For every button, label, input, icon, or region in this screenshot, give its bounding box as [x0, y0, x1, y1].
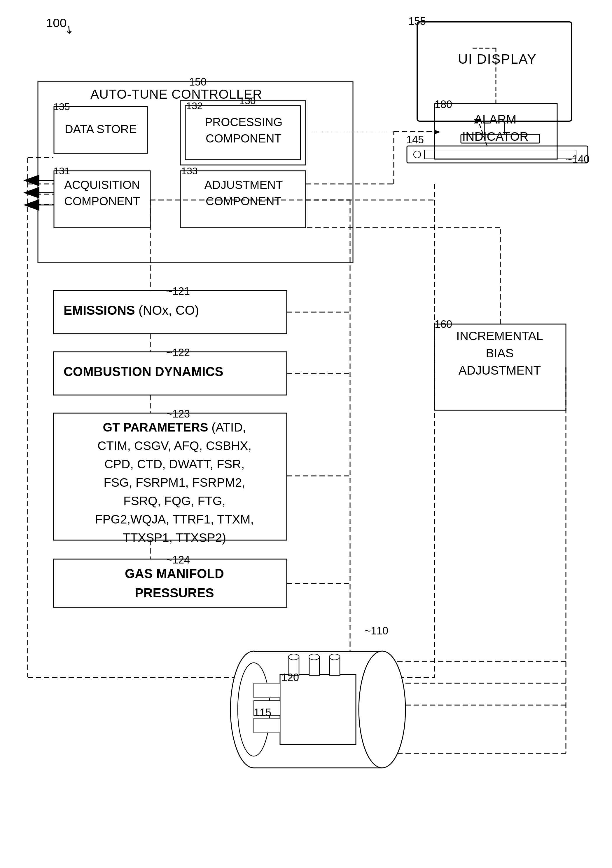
- patent-diagram: 100 ↘ AUTO-TUNE CONTROLLER 150 135 DATA …: [0, 0, 612, 868]
- alarm-ref: 180: [435, 98, 452, 111]
- data-store-ref: 135: [53, 101, 70, 112]
- svg-marker-78: [23, 199, 39, 211]
- data-store-label: DATA STORE: [58, 122, 143, 136]
- svg-marker-54: [338, 703, 344, 707]
- svg-rect-71: [254, 683, 280, 698]
- svg-rect-67: [330, 656, 340, 675]
- svg-rect-12: [424, 150, 576, 159]
- svg-point-68: [289, 654, 299, 660]
- svg-marker-50: [338, 659, 344, 663]
- processing-label: PROCESSING COMPONENT: [188, 114, 299, 147]
- adjustment-label: ADJUSTMENT COMPONENT: [184, 177, 303, 209]
- svg-rect-59: [254, 652, 382, 768]
- incremental-label: INCREMENTAL BIAS ADJUSTMENT: [437, 328, 563, 379]
- processing-inner-ref: 132: [186, 100, 203, 112]
- svg-marker-52: [338, 681, 344, 685]
- svg-marker-76: [23, 187, 39, 198]
- acquisition-ref: 131: [53, 165, 70, 177]
- ui-display-ref-computer: ~140: [566, 153, 590, 166]
- svg-point-69: [309, 654, 320, 660]
- svg-rect-66: [309, 656, 320, 675]
- svg-point-11: [414, 151, 420, 158]
- turbine-ref: ~110: [365, 625, 388, 637]
- gt-label: GT PARAMETERS (ATID, CTIM, CSGV, AFQ, CS…: [63, 418, 285, 547]
- adjustment-ref: 133: [181, 165, 198, 177]
- svg-rect-73: [254, 718, 280, 733]
- processing-outer-ref: 130: [239, 95, 256, 107]
- gas-label: GAS MANIFOLD PRESSURES: [63, 564, 285, 603]
- svg-rect-64: [280, 674, 356, 744]
- ui-display-ref-keyboard: 145: [406, 134, 424, 146]
- turbine-combustor-ref: 120: [281, 671, 299, 684]
- svg-rect-10: [407, 146, 588, 163]
- auto-tune-label: AUTO-TUNE CONTROLLER: [90, 87, 262, 102]
- svg-point-70: [329, 654, 340, 660]
- ui-display-label: UI DISPLAY: [423, 51, 572, 67]
- svg-point-62: [359, 651, 405, 768]
- emissions-ref: ~121: [166, 285, 190, 298]
- emissions-label: EMISSIONS (NOx, CO): [63, 303, 199, 318]
- ref-100: 100: [46, 16, 66, 30]
- turbine-compressor-ref: 115: [254, 707, 271, 719]
- acquisition-label: ACQUISITION COMPONENT: [57, 177, 147, 209]
- combustion-label: COMBUSTION DYNAMICS: [63, 364, 223, 379]
- alarm-label: ALARM INDICATOR: [437, 111, 554, 146]
- svg-marker-74: [23, 175, 39, 186]
- combustion-ref: ~122: [166, 347, 190, 359]
- auto-tune-ref: 150: [189, 76, 207, 88]
- ui-display-ref-monitor: 155: [408, 15, 426, 28]
